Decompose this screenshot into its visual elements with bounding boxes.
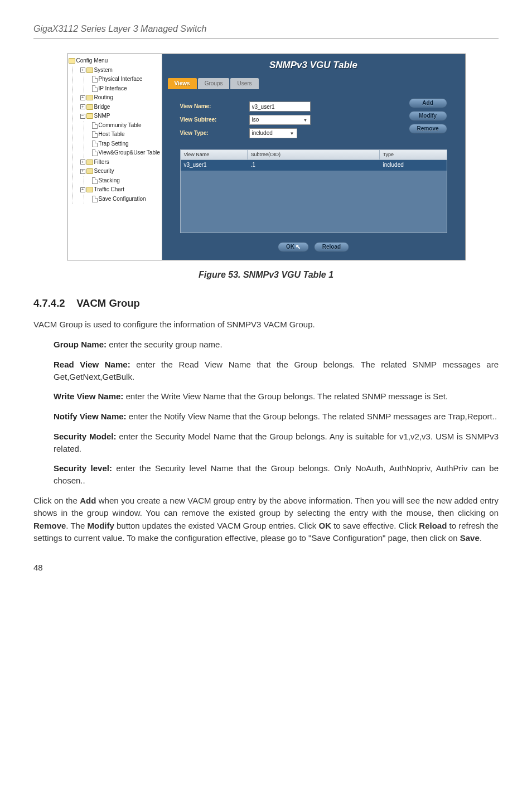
def-security-model: Security Model: enter the Security Model… — [33, 431, 499, 455]
collapse-icon[interactable]: + — [80, 95, 85, 100]
view-type-label: View Type: — [180, 129, 241, 138]
page-number: 48 — [33, 562, 499, 574]
col-subtree[interactable]: Subtree(OID) — [248, 150, 380, 159]
tree-vgu-table[interactable]: View&Group&User Table — [92, 148, 161, 158]
section-number: 4.7.4.2 — [33, 297, 65, 309]
view-subtree-label: View Subtree: — [180, 116, 241, 124]
view-subtree-select[interactable]: iso ▼ — [249, 115, 311, 125]
def-read-view: Read View Name: enter the Read View Name… — [33, 359, 499, 383]
collapse-icon[interactable]: + — [80, 169, 85, 174]
view-type-select[interactable]: included ▼ — [249, 128, 297, 138]
tree-community[interactable]: Community Table — [92, 121, 161, 130]
chevron-down-icon: ▼ — [290, 130, 294, 137]
page-icon — [92, 177, 98, 184]
config-tree: Config Menu + System Physical Interface … — [67, 54, 162, 260]
cursor-icon: ↖ — [296, 243, 301, 252]
section-title: VACM Group — [76, 297, 140, 309]
cell-type: included — [380, 160, 447, 171]
collapse-icon[interactable]: + — [80, 67, 85, 72]
folder-icon — [69, 58, 75, 64]
folder-icon — [86, 104, 93, 110]
modify-button[interactable]: Modify — [409, 111, 447, 121]
cell-view-name: v3_user1 — [181, 160, 248, 171]
collapse-icon[interactable]: + — [80, 104, 85, 109]
folder-icon — [86, 187, 93, 192]
def-notify-view: Notify View Name: enter the Notify View … — [33, 410, 499, 423]
section-heading: 4.7.4.2 VACM Group — [33, 296, 499, 311]
ok-label: OK — [286, 243, 294, 252]
tree-root-label: Config Menu — [76, 57, 108, 65]
remove-button[interactable]: Remove — [409, 124, 447, 134]
folder-icon — [86, 159, 93, 165]
tab-views[interactable]: Views — [168, 78, 197, 90]
view-name-label: View Name: — [180, 103, 241, 111]
table-body[interactable]: v3_user1 .1 included — [181, 160, 447, 233]
view-name-input[interactable] — [249, 101, 311, 112]
expand-icon[interactable]: − — [80, 114, 85, 119]
view-form: View Name: View Subtree: iso ▼ View Type… — [180, 98, 447, 142]
page-icon — [92, 122, 98, 129]
tab-groups[interactable]: Groups — [198, 78, 230, 90]
tree-security[interactable]: +Security — [80, 167, 161, 176]
col-type[interactable]: Type — [380, 150, 447, 159]
view-table: View Name Subtree(OID) Type v3_user1 .1 … — [180, 149, 447, 233]
def-write-view: Write View Name: enter the Write View Na… — [33, 390, 499, 403]
chevron-down-icon: ▼ — [303, 117, 308, 124]
table-row[interactable]: v3_user1 .1 included — [181, 160, 447, 171]
tree-phys-if[interactable]: Physical Interface — [92, 75, 161, 84]
tree-routing[interactable]: +Routing — [80, 93, 161, 103]
tree-snmp[interactable]: −SNMP — [80, 112, 161, 121]
def-security-level: Security level: enter the Security level… — [33, 462, 499, 487]
intro-paragraph: VACM Group is used to configure the info… — [33, 318, 499, 331]
app-screenshot: Config Menu + System Physical Interface … — [67, 54, 466, 260]
page-title: SNMPv3 VGU Table — [168, 54, 460, 78]
add-button[interactable]: Add — [409, 98, 447, 108]
page-icon — [92, 76, 98, 83]
folder-icon — [86, 168, 93, 174]
tree-system[interactable]: + System — [80, 66, 161, 75]
view-type-value: included — [252, 129, 273, 138]
table-header: View Name Subtree(OID) Type — [181, 150, 447, 160]
tree-ip-if[interactable]: IP Interface — [92, 84, 161, 94]
page-icon — [92, 141, 98, 147]
tree-filters[interactable]: +Filters — [80, 158, 161, 167]
tree-bridge[interactable]: +Bridge — [80, 103, 161, 112]
tab-users[interactable]: Users — [230, 78, 258, 90]
tree-trap-setting[interactable]: Trap Setting — [92, 139, 161, 149]
tree-save-config[interactable]: Save Configuration — [92, 195, 161, 204]
closing-paragraph: Click on the Add when you create a new V… — [33, 495, 499, 545]
folder-icon — [86, 113, 93, 119]
tab-row: Views Groups Users — [168, 78, 460, 90]
reload-button[interactable]: Reload — [314, 242, 349, 252]
main-panel: SNMPv3 VGU Table Views Groups Users View… — [162, 54, 465, 260]
folder-icon — [86, 67, 93, 73]
page-icon — [92, 85, 98, 92]
tree-traffic-chart[interactable]: +Traffic Chart — [80, 185, 161, 195]
page-icon — [92, 131, 98, 138]
cell-subtree: .1 — [248, 160, 380, 171]
ok-button[interactable]: OK↖ — [278, 242, 309, 252]
bottom-button-row: OK↖ Reload — [168, 242, 460, 252]
view-subtree-value: iso — [252, 116, 259, 124]
page-header: GigaX3112 Series Layer 3 Managed Switch — [33, 22, 499, 39]
collapse-icon[interactable]: + — [80, 159, 85, 165]
tree-root[interactable]: Config Menu — [69, 56, 161, 66]
col-view-name[interactable]: View Name — [181, 150, 248, 159]
page-icon — [92, 149, 98, 156]
folder-icon — [86, 95, 93, 100]
tree-host-table[interactable]: Host Table — [92, 130, 161, 139]
collapse-icon[interactable]: + — [80, 187, 85, 192]
def-group-name: Group Name: enter the security group nam… — [33, 338, 499, 351]
page-icon — [92, 196, 98, 202]
figure-caption: Figure 53. SNMPv3 VGU Table 1 — [33, 268, 499, 281]
tree-stacking[interactable]: Stacking — [92, 176, 161, 186]
